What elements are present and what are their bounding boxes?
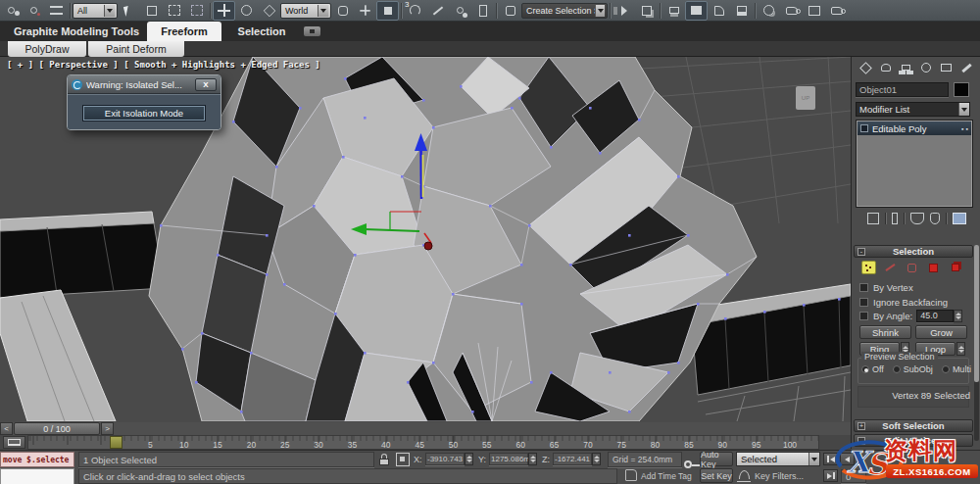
- modifier-list-dropdown[interactable]: Modifier List: [856, 102, 970, 117]
- grow-button[interactable]: Grow: [915, 325, 967, 339]
- display-tab-icon[interactable]: [938, 59, 956, 76]
- time-slider-handle[interactable]: [110, 436, 122, 450]
- track-bar[interactable]: 0510152025303540455055606570758085909510…: [0, 435, 851, 450]
- rectangular-selection-region-icon[interactable]: [163, 1, 185, 21]
- tab-selection[interactable]: Selection: [227, 22, 296, 41]
- edge-subobject-icon[interactable]: [883, 261, 898, 274]
- keyboard-shortcut-override-icon[interactable]: [376, 1, 399, 21]
- pin-stack-icon[interactable]: [867, 213, 879, 224]
- render-setup-icon[interactable]: [780, 1, 803, 21]
- tab-graphite-modeling-tools[interactable]: Graphite Modeling Tools: [8, 22, 145, 41]
- select-and-move-icon[interactable]: [213, 1, 235, 21]
- select-and-link-icon[interactable]: [0, 1, 23, 21]
- object-name-field[interactable]: Object01: [856, 82, 949, 97]
- maxscript-listener-input[interactable]: [0, 468, 74, 484]
- select-by-name-icon[interactable]: [140, 1, 163, 21]
- selection-rollout-header[interactable]: - Selection: [854, 245, 973, 258]
- snaps-toggle-icon[interactable]: 3: [404, 1, 426, 21]
- curve-editor-icon[interactable]: [708, 1, 730, 21]
- window-crossing-icon[interactable]: [185, 1, 208, 21]
- selection-filter-dropdown[interactable]: All: [73, 3, 118, 19]
- subtab-polydraw[interactable]: PolyDraw: [8, 41, 86, 57]
- edit-named-selection-sets-icon[interactable]: [499, 1, 521, 21]
- preview-off-radio[interactable]: Off: [861, 364, 884, 374]
- dropdown-arrow-icon[interactable]: [595, 5, 605, 17]
- percent-snap-icon[interactable]: [449, 1, 471, 21]
- exit-isolation-mode-button[interactable]: Exit Isolation Mode: [82, 105, 206, 121]
- viewcube[interactable]: UP: [796, 86, 815, 110]
- viewport-label[interactable]: [ + ] [ Perspective ] [ Smooth + Highlig…: [7, 60, 320, 70]
- angle-snap-icon[interactable]: [426, 1, 449, 21]
- show-end-result-icon[interactable]: [892, 213, 898, 224]
- motion-tab-icon[interactable]: [917, 59, 935, 76]
- shrink-button[interactable]: Shrink: [859, 325, 911, 339]
- x-spinner[interactable]: [465, 453, 473, 465]
- make-unique-icon[interactable]: [910, 213, 924, 224]
- object-color-swatch[interactable]: [954, 82, 969, 97]
- stack-item-editable-poly[interactable]: Editable Poly ▪ ▪: [858, 121, 971, 135]
- select-object-icon[interactable]: [118, 1, 140, 21]
- use-pivot-point-center-icon[interactable]: [331, 1, 354, 21]
- set-key-button[interactable]: Set Key: [700, 468, 733, 483]
- hierarchy-tab-icon[interactable]: [898, 59, 915, 76]
- perspective-viewport[interactable]: [ + ] [ Perspective ] [ Smooth + Highlig…: [0, 57, 851, 421]
- named-selection-sets-dropdown[interactable]: Create Selection Se: [521, 3, 608, 19]
- time-slider[interactable]: 0 / 100: [14, 422, 100, 435]
- element-subobject-icon[interactable]: [948, 261, 962, 274]
- polygon-subobject-icon[interactable]: [926, 261, 941, 274]
- remove-modifier-icon[interactable]: [930, 213, 940, 224]
- ribbon-minimize-icon[interactable]: [304, 26, 320, 36]
- layer-manager-icon[interactable]: [662, 1, 685, 21]
- absolute-mode-icon[interactable]: [396, 453, 410, 466]
- render-production-icon[interactable]: [825, 1, 848, 21]
- schematic-view-icon[interactable]: [730, 1, 753, 21]
- by-vertex-checkbox[interactable]: [859, 283, 868, 292]
- dropdown-arrow-icon[interactable]: [808, 453, 819, 465]
- modify-tab-icon[interactable]: [877, 59, 895, 76]
- preview-multi-radio[interactable]: Multi: [942, 364, 971, 374]
- dropdown-arrow-icon[interactable]: [318, 5, 328, 17]
- rendered-frame-window-icon[interactable]: [803, 1, 825, 21]
- border-subobject-icon[interactable]: [905, 261, 919, 274]
- reference-coordinate-dropdown[interactable]: World: [280, 3, 331, 19]
- selection-lock-icon[interactable]: [377, 453, 391, 466]
- select-and-scale-icon[interactable]: [258, 1, 280, 21]
- loop-spinner[interactable]: [956, 342, 965, 356]
- mirror-icon[interactable]: [612, 1, 635, 21]
- time-slider-prev-arrow[interactable]: <: [0, 422, 13, 435]
- z-spinner[interactable]: [592, 453, 601, 465]
- configure-modifier-sets-icon[interactable]: [953, 213, 966, 224]
- vertex-subobject-icon[interactable]: [861, 261, 876, 274]
- tab-freeform[interactable]: Freeform: [147, 22, 221, 41]
- unlink-selection-icon[interactable]: [23, 1, 45, 21]
- key-mode-dropdown[interactable]: Selected: [736, 452, 820, 466]
- modifier-stack[interactable]: Editable Poly ▪ ▪: [856, 120, 973, 208]
- y-coordinate-field[interactable]: 1275.086m: [489, 453, 528, 465]
- dropdown-arrow-icon[interactable]: [104, 5, 115, 17]
- y-spinner[interactable]: [528, 453, 537, 465]
- utilities-tab-icon[interactable]: [958, 59, 976, 76]
- bind-to-space-warp-icon[interactable]: [45, 1, 68, 21]
- z-coordinate-field[interactable]: -1672.441: [553, 453, 592, 465]
- material-editor-icon[interactable]: [758, 1, 780, 21]
- dropdown-arrow-icon[interactable]: [958, 103, 969, 116]
- spinner-snap-icon[interactable]: [471, 1, 494, 21]
- preview-subobj-radio[interactable]: SubObj: [893, 364, 933, 374]
- subtab-paint-deform[interactable]: Paint Deform: [88, 41, 184, 57]
- open-mini-curve-editor-icon[interactable]: [3, 436, 25, 449]
- by-angle-field[interactable]: 45.0: [916, 310, 954, 322]
- panel-scrollbar[interactable]: [974, 245, 979, 441]
- dialog-title-bar[interactable]: Warning: Isolated Sel... X: [68, 75, 220, 94]
- x-coordinate-field[interactable]: -3910.743: [425, 453, 465, 465]
- graphite-modeling-tools-toggle-icon[interactable]: [685, 1, 708, 21]
- ignore-backfacing-checkbox[interactable]: [859, 298, 868, 307]
- create-tab-icon[interactable]: [857, 59, 874, 76]
- set-keys-icon[interactable]: [684, 459, 699, 473]
- auto-key-button[interactable]: Auto Key: [700, 452, 733, 466]
- by-angle-checkbox[interactable]: [859, 312, 868, 320]
- maxscript-mini-listener[interactable]: move $.selecte: [0, 452, 74, 467]
- align-icon[interactable]: [635, 1, 658, 21]
- scrollbar-thumb[interactable]: [974, 245, 979, 382]
- track-bar-ruler[interactable]: 0510152025303540455055606570758085909510…: [27, 435, 819, 450]
- soft-selection-rollout-header[interactable]: + Soft Selection: [854, 419, 973, 432]
